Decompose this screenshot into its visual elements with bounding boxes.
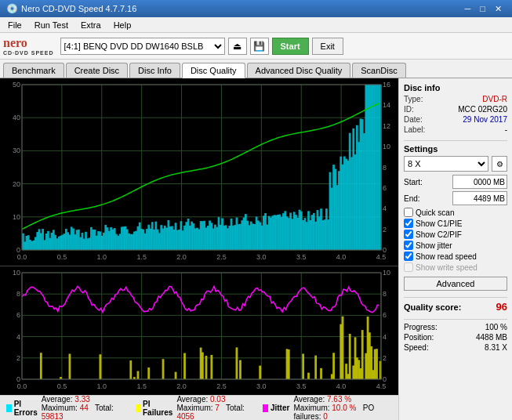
show-read-speed-label: Show read speed xyxy=(416,252,477,261)
quality-score-value: 96 xyxy=(496,301,507,313)
divider-2 xyxy=(404,297,507,298)
pi-failures-stats: Average: 0.03 Maximum: 7 Total: 4056 xyxy=(176,395,253,420)
pi-errors-label: PI Errors xyxy=(14,400,38,417)
menu-run-test[interactable]: Run Test xyxy=(30,20,73,31)
titlebar: 💿 Nero CD-DVD Speed 4.7.7.16 ─ □ ✕ xyxy=(0,0,512,17)
type-label: Type: xyxy=(404,95,423,103)
divider-3 xyxy=(404,319,507,320)
pi-errors-color xyxy=(6,404,12,412)
maximize-button[interactable]: □ xyxy=(476,3,489,15)
tab-advanced-disc-quality[interactable]: Advanced Disc Quality xyxy=(247,63,351,78)
settings-icon-button[interactable]: ⚙ xyxy=(492,156,507,172)
id-value: MCC 02RG20 xyxy=(458,105,507,114)
speed-label: Speed: xyxy=(404,343,429,352)
show-c2pif-checkbox[interactable] xyxy=(404,230,413,239)
jitter-stats: Average: 7.63 % Maximum: 10.0 % PO failu… xyxy=(293,395,392,420)
menu-help[interactable]: Help xyxy=(109,20,136,31)
app-icon: 💿 xyxy=(6,3,18,14)
speed-value: 8.31 X xyxy=(485,343,507,352)
show-jitter-label: Show jitter xyxy=(416,241,452,250)
legend-area: PI Errors Average: 3.33 Maximum: 44 Tota… xyxy=(0,395,398,420)
tab-benchmark[interactable]: Benchmark xyxy=(3,63,64,78)
show-jitter-checkbox[interactable] xyxy=(404,241,413,250)
right-panel: Disc info Type: DVD-R ID: MCC 02RG20 Dat… xyxy=(398,78,512,420)
show-jitter-row: Show jitter xyxy=(404,241,507,250)
quick-scan-label: Quick scan xyxy=(416,208,454,217)
pi-failures-color xyxy=(136,404,140,412)
titlebar-title: Nero CD-DVD Speed 4.7.7.16 xyxy=(21,4,136,13)
label-value: - xyxy=(505,125,507,134)
show-c1pie-checkbox[interactable] xyxy=(404,219,413,228)
advanced-button[interactable]: Advanced xyxy=(404,277,507,291)
type-value: DVD-R xyxy=(482,95,507,103)
settings-title: Settings xyxy=(404,144,507,154)
pi-failures-label: PI Failures xyxy=(143,400,172,417)
pi-errors-legend: PI Errors Average: 3.33 Maximum: 44 Tota… xyxy=(6,395,126,420)
top-chart-canvas xyxy=(0,78,398,266)
jitter-label: Jitter xyxy=(271,404,289,412)
menu-file[interactable]: File xyxy=(3,20,27,31)
quality-score-row: Quality score: 96 xyxy=(404,301,507,313)
quick-scan-row: Quick scan xyxy=(404,208,507,217)
start-button[interactable]: Start xyxy=(272,38,309,55)
disc-id-row: ID: MCC 02RG20 xyxy=(404,105,507,114)
progress-row: Progress: 100 % xyxy=(404,323,507,331)
quality-score-label: Quality score: xyxy=(404,302,461,312)
position-label: Position: xyxy=(404,333,434,342)
minimize-button[interactable]: ─ xyxy=(461,3,475,15)
progress-label: Progress: xyxy=(404,323,438,331)
show-c2pif-label: Show C2/PIF xyxy=(416,230,462,239)
show-c1pie-label: Show C1/PIE xyxy=(416,219,462,228)
disc-info-section: Disc info Type: DVD-R ID: MCC 02RG20 Dat… xyxy=(404,83,507,134)
save-button[interactable]: 💾 xyxy=(250,38,269,55)
end-field[interactable] xyxy=(452,191,507,205)
tab-scan-disc[interactable]: ScanDisc xyxy=(352,63,405,78)
jitter-legend: Jitter Average: 7.63 % Maximum: 10.0 % P… xyxy=(263,395,392,420)
end-field-label: End: xyxy=(404,194,420,203)
show-read-speed-row: Show read speed xyxy=(404,252,507,261)
menu-extra[interactable]: Extra xyxy=(76,20,106,31)
toolbar: nero CD·DVD SPEED [4:1] BENQ DVD DD DW16… xyxy=(0,33,512,60)
progress-section: Progress: 100 % Position: 4488 MB Speed:… xyxy=(404,323,507,352)
pi-failures-legend: PI Failures Average: 0.03 Maximum: 7 Tot… xyxy=(136,395,254,420)
eject-button[interactable]: ⏏ xyxy=(228,38,247,55)
start-field-label: Start: xyxy=(404,178,423,186)
show-write-speed-label: Show write speed xyxy=(416,263,478,272)
start-field[interactable] xyxy=(452,175,507,189)
divider-1 xyxy=(404,140,507,141)
speed-select[interactable]: 8 X xyxy=(404,156,488,172)
date-value: 29 Nov 2017 xyxy=(463,115,507,124)
tab-create-disc[interactable]: Create Disc xyxy=(66,63,128,78)
date-label: Date: xyxy=(404,115,423,124)
position-value: 4488 MB xyxy=(476,333,507,342)
speed-row: 8 X ⚙ xyxy=(404,156,507,172)
quality-section: Quality score: 96 xyxy=(404,301,507,313)
pi-errors-stats: Average: 3.33 Maximum: 44 Total: 59813 xyxy=(42,395,126,420)
nero-logo-container: nero CD·DVD SPEED xyxy=(3,36,54,56)
disc-type-row: Type: DVD-R xyxy=(404,95,507,103)
tab-disc-quality[interactable]: Disc Quality xyxy=(182,63,245,78)
quick-scan-checkbox[interactable] xyxy=(404,208,413,217)
drive-select[interactable]: [4:1] BENQ DVD DD DW1640 BSLB xyxy=(60,38,225,55)
exit-button[interactable]: Exit xyxy=(312,38,343,55)
menubar: File Run Test Extra Help xyxy=(0,17,512,33)
jitter-color xyxy=(263,404,268,412)
close-button[interactable]: ✕ xyxy=(491,3,506,15)
disc-info-title: Disc info xyxy=(404,83,507,92)
disc-date-row: Date: 29 Nov 2017 xyxy=(404,115,507,124)
show-read-speed-checkbox[interactable] xyxy=(404,252,413,261)
bottom-chart-canvas xyxy=(0,266,398,395)
show-c2pif-row: Show C2/PIF xyxy=(404,230,507,239)
disc-label-row: Label: - xyxy=(404,125,507,134)
show-write-speed-checkbox[interactable] xyxy=(404,262,413,272)
titlebar-controls: ─ □ ✕ xyxy=(461,3,506,15)
progress-value: 100 % xyxy=(485,323,507,331)
speed-row: Speed: 8.31 X xyxy=(404,343,507,352)
show-write-speed-row: Show write speed xyxy=(404,262,507,272)
id-label: ID: xyxy=(404,105,414,114)
position-row: Position: 4488 MB xyxy=(404,333,507,342)
tab-disc-info[interactable]: Disc Info xyxy=(129,63,180,78)
show-c1pie-row: Show C1/PIE xyxy=(404,219,507,228)
tabs: Benchmark Create Disc Disc Info Disc Qua… xyxy=(0,60,512,78)
top-chart xyxy=(0,78,398,266)
